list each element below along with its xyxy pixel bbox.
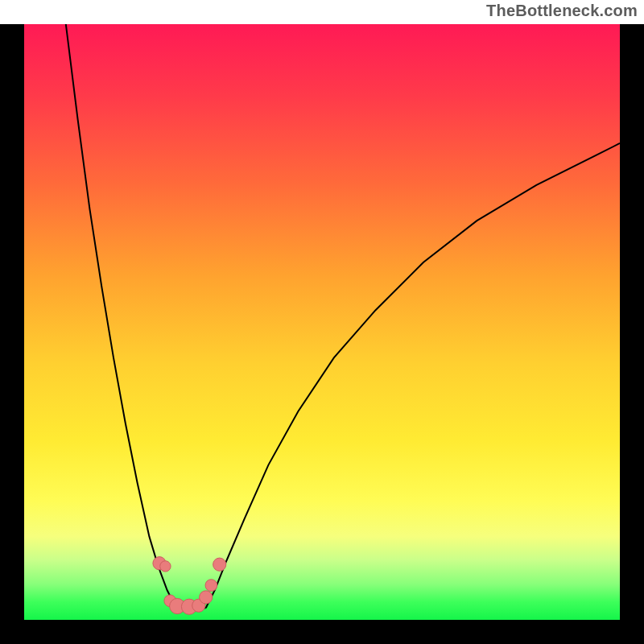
curve-markers: [153, 557, 226, 615]
frame-bottom: [0, 620, 644, 644]
plot-panel: [24, 24, 620, 620]
curve-svg: [24, 24, 620, 620]
watermark-strip: TheBottleneck.com: [0, 0, 644, 24]
frame-right: [620, 0, 644, 644]
marker-dot: [205, 580, 217, 592]
curve-right-branch: [206, 143, 620, 608]
curve-left-branch: [66, 24, 176, 608]
marker-dot: [213, 558, 226, 571]
watermark-text: TheBottleneck.com: [486, 2, 638, 20]
frame-left: [0, 0, 24, 644]
chart-container: TheBottleneck.com: [0, 0, 644, 644]
marker-dot: [160, 561, 171, 572]
marker-dot: [200, 591, 213, 604]
